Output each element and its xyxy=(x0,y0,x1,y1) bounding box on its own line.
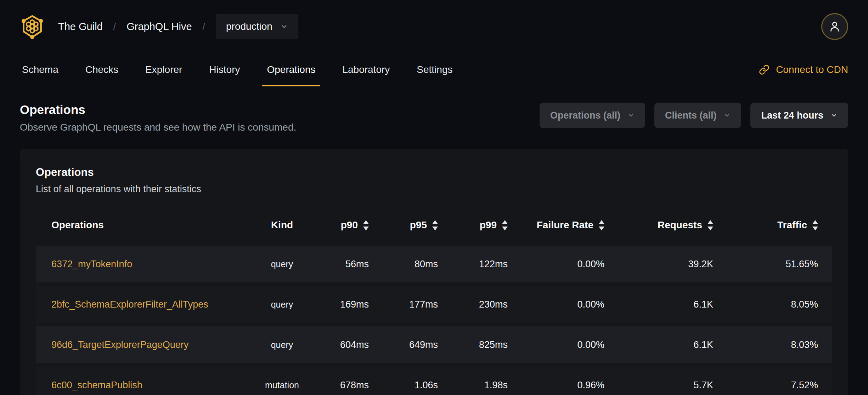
column-header-p99: p99 xyxy=(438,219,508,231)
tab-laboratory[interactable]: Laboratory xyxy=(340,53,392,86)
user-icon xyxy=(828,20,841,33)
operations-filter-label: Operations (all) xyxy=(550,110,620,121)
chevron-down-icon xyxy=(280,23,288,30)
breadcrumb-separator: / xyxy=(113,21,116,32)
traffic-value: 51.65% xyxy=(713,259,818,270)
traffic-value: 8.05% xyxy=(713,299,818,310)
column-header-kind: Kind xyxy=(234,219,330,231)
tab-checks[interactable]: Checks xyxy=(83,53,120,86)
requests-value: 6.1K xyxy=(604,339,713,350)
link-icon xyxy=(759,64,770,75)
card-subtitle: List of all operations with their statis… xyxy=(36,184,832,195)
sort-desc-icon xyxy=(708,227,713,230)
operations-table: Operations Kind p90 p95 p99 xyxy=(36,208,832,395)
traffic-value: 7.52% xyxy=(713,380,818,391)
failure-rate-value: 0.96% xyxy=(508,380,604,391)
failure-rate-value: 0.00% xyxy=(508,259,604,270)
user-avatar-button[interactable] xyxy=(821,13,848,40)
clients-filter-dropdown[interactable]: Clients (all) xyxy=(654,103,742,128)
tab-history[interactable]: History xyxy=(207,53,242,86)
p99-value: 1.98s xyxy=(438,380,508,391)
column-header-p90: p90 xyxy=(330,219,369,231)
sort-toggle-requests[interactable] xyxy=(708,220,713,230)
operation-kind: mutation xyxy=(234,380,330,390)
operation-name-link[interactable]: 96d6_TargetExplorerPageQuery xyxy=(36,339,234,350)
org-name[interactable]: The Guild xyxy=(58,21,103,33)
table-row[interactable]: 2bfc_SchemaExplorerFilter_AllTypes query… xyxy=(36,286,832,323)
sort-asc-icon xyxy=(363,220,369,224)
table-header-row: Operations Kind p90 p95 p99 xyxy=(36,208,832,242)
sort-desc-icon xyxy=(812,227,818,230)
p95-value: 649ms xyxy=(369,339,438,350)
requests-value: 39.2K xyxy=(604,259,713,270)
operations-card: Operations List of all operations with t… xyxy=(20,149,848,395)
date-range-label: Last 24 hours xyxy=(761,110,823,121)
column-header-requests: Requests xyxy=(604,219,713,231)
filter-bar: Operations (all) Clients (all) Last 24 h… xyxy=(540,103,848,128)
sort-desc-icon xyxy=(502,227,508,230)
sort-desc-icon xyxy=(363,227,369,230)
operation-name-link[interactable]: 2bfc_SchemaExplorerFilter_AllTypes xyxy=(36,299,234,310)
date-range-dropdown[interactable]: Last 24 hours xyxy=(750,103,848,128)
p99-value: 825ms xyxy=(438,339,508,350)
tab-schema[interactable]: Schema xyxy=(20,53,61,86)
sort-asc-icon xyxy=(708,220,713,224)
operation-name-link[interactable]: 6372_myTokenInfo xyxy=(36,259,234,270)
operation-name-link[interactable]: 6c00_schemaPublish xyxy=(36,380,234,391)
main-content: Operations Observe GraphQL requests and … xyxy=(0,103,868,395)
target-selector-value: production xyxy=(226,21,272,32)
p90-value: 604ms xyxy=(330,339,369,350)
sort-desc-icon xyxy=(432,227,438,230)
tab-explorer[interactable]: Explorer xyxy=(143,53,184,86)
app-header: The Guild / GraphQL Hive / production xyxy=(0,0,868,53)
sort-asc-icon xyxy=(599,220,604,224)
clients-filter-label: Clients (all) xyxy=(665,110,717,121)
sort-desc-icon xyxy=(599,227,604,230)
p95-value: 177ms xyxy=(369,299,438,310)
operations-filter-dropdown[interactable]: Operations (all) xyxy=(540,103,645,128)
page-title: Operations xyxy=(20,103,296,117)
tab-operations[interactable]: Operations xyxy=(265,53,317,86)
chevron-down-icon xyxy=(830,112,838,119)
target-selector-dropdown[interactable]: production xyxy=(216,14,298,39)
sort-asc-icon xyxy=(502,220,508,224)
p99-value: 230ms xyxy=(438,299,508,310)
p90-value: 678ms xyxy=(330,380,369,391)
page-header: Operations Observe GraphQL requests and … xyxy=(20,103,848,133)
connect-to-cdn-label: Connect to CDN xyxy=(776,64,848,75)
sort-toggle-traffic[interactable] xyxy=(812,220,818,230)
table-row[interactable]: 6372_myTokenInfo query 56ms 80ms 122ms 0… xyxy=(36,246,832,282)
table-row[interactable]: 96d6_TargetExplorerPageQuery query 604ms… xyxy=(36,326,832,363)
sort-asc-icon xyxy=(432,220,438,224)
traffic-value: 8.03% xyxy=(713,339,818,350)
chevron-down-icon xyxy=(627,112,635,119)
chevron-down-icon xyxy=(723,112,731,119)
p95-value: 1.06s xyxy=(369,380,438,391)
tab-settings[interactable]: Settings xyxy=(415,53,455,86)
column-header-operations: Operations xyxy=(36,219,234,231)
sort-toggle-p99[interactable] xyxy=(502,220,508,230)
p90-value: 169ms xyxy=(330,299,369,310)
failure-rate-value: 0.00% xyxy=(508,299,604,310)
operation-kind: query xyxy=(234,340,330,350)
project-name[interactable]: GraphQL Hive xyxy=(126,21,192,33)
requests-value: 5.7K xyxy=(604,380,713,391)
page-subtitle: Observe GraphQL requests and see how the… xyxy=(20,122,296,133)
p95-value: 80ms xyxy=(369,259,438,270)
column-header-traffic: Traffic xyxy=(713,219,818,231)
sort-toggle-p90[interactable] xyxy=(363,220,369,230)
operation-kind: query xyxy=(234,259,330,269)
p90-value: 56ms xyxy=(330,259,369,270)
breadcrumb-separator: / xyxy=(203,21,205,32)
hive-logo-icon[interactable] xyxy=(20,13,45,40)
p99-value: 122ms xyxy=(438,259,508,270)
sort-toggle-failure-rate[interactable] xyxy=(599,220,604,230)
sort-asc-icon xyxy=(812,220,818,224)
table-row[interactable]: 6c00_schemaPublish mutation 678ms 1.06s … xyxy=(36,367,832,395)
requests-value: 6.1K xyxy=(604,299,713,310)
target-nav-tabs: Schema Checks Explorer History Operation… xyxy=(0,53,868,86)
sort-toggle-p95[interactable] xyxy=(432,220,438,230)
connect-to-cdn-button[interactable]: Connect to CDN xyxy=(759,53,848,86)
operation-kind: query xyxy=(234,299,330,310)
card-title: Operations xyxy=(36,166,832,179)
